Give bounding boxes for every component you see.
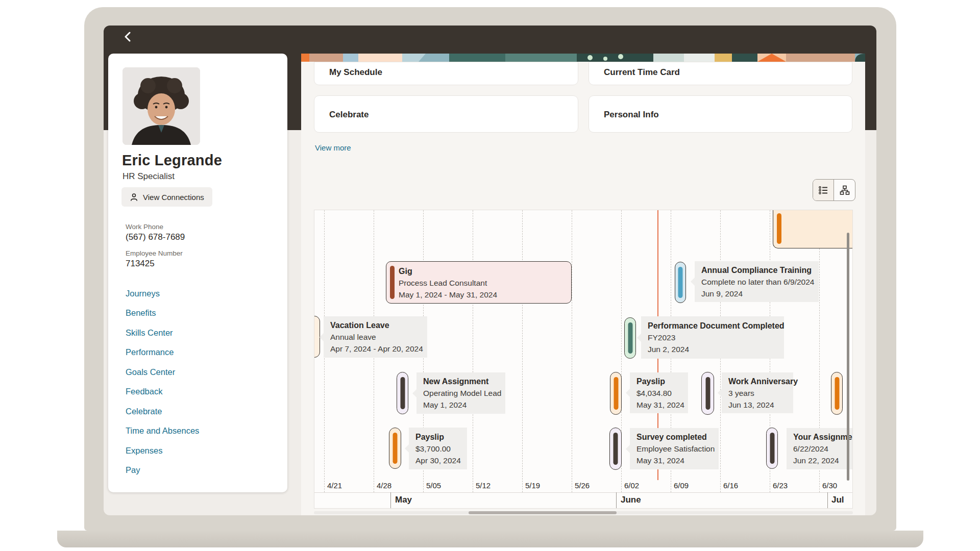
event-line3: Jun 9, 2024 — [701, 288, 812, 299]
timeline-panel: Gig Process Lead Consultant May 1, 2024 … — [314, 210, 853, 509]
event-title: Annual Compliance Training — [701, 264, 812, 276]
view-more-link[interactable]: View more — [315, 143, 351, 152]
list-icon — [818, 185, 828, 195]
sidebar-item-journeys[interactable]: Journeys — [126, 289, 160, 298]
timeline-event-payslip-may: Payslip $4,034.80 May 31, 2024 — [630, 372, 688, 413]
event-marker-bar — [614, 433, 618, 465]
card-title: My Schedule — [329, 67, 578, 78]
profile-card: Eric Legrande HR Specialist View Connect… — [108, 54, 287, 492]
list-view-button[interactable] — [813, 180, 834, 201]
sidebar-item-celebrate[interactable]: Celebrate — [126, 407, 162, 416]
timeline-event-your-assignment: Your Assignme 6/22/2024 Jun 22, 2024 — [787, 428, 853, 469]
timeline-marker-performance-doc[interactable] — [624, 317, 636, 359]
tick-label: 4/21 — [327, 481, 342, 490]
sidebar-item-performance[interactable]: Performance — [126, 347, 174, 357]
event-marker-bar — [705, 377, 710, 410]
tick-label: 6/16 — [723, 481, 738, 490]
event-line3: Jun 22, 2024 — [793, 455, 848, 466]
employee-number-label: Employee Number — [126, 249, 183, 257]
profile-photo-illustration — [122, 67, 200, 145]
event-marker-bar — [777, 213, 781, 244]
tick-label: 6/23 — [773, 481, 788, 490]
event-line2: $3,700.00 — [415, 443, 460, 455]
event-line3: May 1, 2024 — [423, 399, 499, 411]
event-marker-bar — [400, 377, 405, 409]
sidebar-item-goals-center[interactable]: Goals Center — [126, 367, 175, 377]
event-line2: FY2023 — [648, 332, 777, 343]
event-line2: Annual leave — [330, 331, 421, 343]
vertical-scrollbar[interactable] — [847, 233, 849, 481]
event-title: Payslip — [636, 375, 681, 387]
sidebar-item-pay[interactable]: Pay — [126, 465, 140, 475]
hierarchy-view-button[interactable] — [834, 180, 855, 201]
card-title: Current Time Card — [604, 67, 852, 78]
sidebar-item-skills-center[interactable]: Skills Center — [126, 328, 173, 338]
event-marker-bar — [770, 433, 774, 464]
event-line3: May 31, 2024 — [636, 399, 681, 411]
laptop-base — [57, 531, 923, 547]
sidebar-item-feedback[interactable]: Feedback — [126, 387, 162, 396]
card-celebrate[interactable]: Celebrate — [314, 95, 578, 133]
avatar — [122, 67, 200, 145]
month-label: May — [395, 495, 412, 505]
work-phone-value: (567) 678-7689 — [126, 232, 185, 242]
gridline — [473, 210, 473, 492]
card-current-time-card[interactable]: Current Time Card — [589, 62, 852, 85]
app-screen: Eric Legrande HR Specialist View Connect… — [104, 26, 876, 515]
horizontal-scrollbar-thumb[interactable] — [469, 511, 617, 514]
gridline — [572, 210, 572, 492]
timeline-event-compliance: Annual Compliance Training Complete no l… — [695, 261, 819, 302]
sidebar-item-expenses[interactable]: Expenses — [126, 446, 162, 456]
timeline-event-clipped-top[interactable] — [773, 210, 853, 248]
month-separator — [827, 492, 828, 508]
main-content: My Schedule Current Time Card Celebrate … — [301, 54, 865, 515]
person-icon — [130, 193, 138, 202]
timeline-event-new-assignment: New Assignment Operating Model Lead May … — [416, 372, 505, 414]
card-personal-info[interactable]: Personal Info — [589, 95, 852, 133]
tick-label: 5/19 — [525, 481, 540, 490]
event-line3: Jun 13, 2024 — [728, 399, 787, 411]
event-line2: 6/22/2024 — [793, 443, 848, 455]
event-line3: May 1, 2024 - May 31, 2024 — [399, 289, 497, 300]
timeline-marker-work-anniversary[interactable] — [701, 372, 714, 415]
event-marker-bar — [393, 433, 398, 464]
event-line2: Employee Satisfaction — [636, 443, 712, 455]
timeline-event-survey: Survey completed Employee Satisfaction M… — [630, 428, 719, 469]
card-title: Personal Info — [604, 110, 852, 120]
event-title: Payslip — [415, 431, 460, 443]
tick-label: 4/28 — [377, 481, 391, 490]
timeline-marker-compliance[interactable] — [675, 262, 686, 303]
timeline-event-payslip-apr: Payslip $3,700.00 Apr 30, 2024 — [409, 428, 467, 469]
view-connections-button[interactable]: View Connections — [121, 187, 212, 207]
timeline-marker-payslip-may[interactable] — [610, 372, 622, 415]
sidebar-item-benefits[interactable]: Benefits — [126, 308, 156, 318]
month-separator — [390, 492, 391, 508]
month-label: Jul — [831, 495, 844, 505]
decorative-banner — [301, 54, 865, 62]
event-marker-bar — [614, 377, 618, 410]
sidebar-item-time-and-absences[interactable]: Time and Absences — [126, 426, 199, 436]
month-separator — [616, 492, 617, 508]
back-button[interactable] — [121, 30, 135, 44]
timeline-event-performance-doc: Performance Document Completed FY2023 Ju… — [641, 316, 784, 359]
timeline-marker-survey[interactable] — [609, 428, 622, 470]
card-my-schedule[interactable]: My Schedule — [314, 62, 578, 85]
event-line3: Jun 2, 2024 — [648, 343, 777, 355]
timeline-marker-clipped-right[interactable] — [831, 372, 843, 415]
event-title: Your Assignme — [793, 431, 848, 443]
timeline-event-gig[interactable]: Gig Process Lead Consultant May 1, 2024 … — [386, 261, 572, 304]
timeline-marker-payslip-apr[interactable] — [389, 428, 401, 469]
event-marker-bar — [390, 266, 395, 299]
timeline-marker-new-assignment[interactable] — [397, 372, 408, 414]
event-line2: Process Lead Consultant — [399, 277, 497, 289]
laptop-frame: Eric Legrande HR Specialist View Connect… — [84, 7, 896, 531]
timeline-event-vacation: Vacation Leave Annual leave Apr 7, 2024 … — [324, 316, 427, 358]
profile-name: Eric Legrande — [122, 152, 222, 169]
event-title: Work Anniversary — [728, 375, 787, 387]
event-line2: 3 years — [728, 387, 787, 399]
card-title: Celebrate — [329, 110, 578, 120]
timeline-marker-your-assignment[interactable] — [766, 428, 778, 469]
employee-number-value: 713425 — [126, 259, 155, 269]
tick-label: 6/02 — [624, 481, 639, 490]
event-title: Vacation Leave — [330, 319, 421, 331]
